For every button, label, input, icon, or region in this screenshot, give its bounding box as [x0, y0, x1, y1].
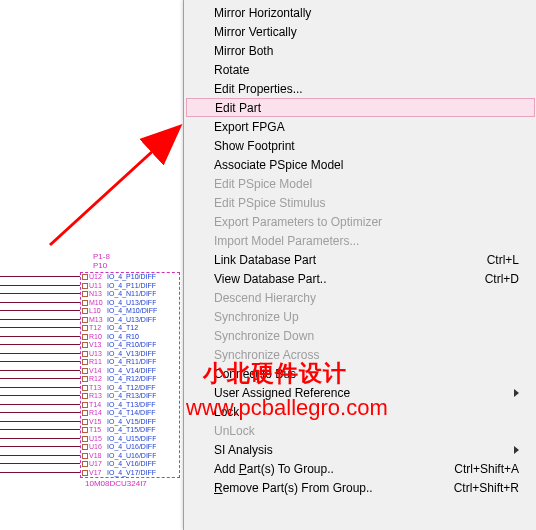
menu-item-view-database-part[interactable]: View Database Part..Ctrl+D: [184, 269, 536, 288]
menu-label: Synchronize Down: [214, 329, 519, 343]
pin-name: IO_4_V15/DIFF: [107, 418, 156, 427]
menu-item-edit-part[interactable]: Edit Part: [186, 98, 535, 117]
menu-label: Add Part(s) To Group..: [214, 462, 454, 476]
pin-row[interactable]: N13IO_4_N11/DIFF: [81, 290, 179, 299]
menu-label: Link Database Part: [214, 253, 487, 267]
pin-row[interactable]: V15IO_4_V15/DIFF: [81, 418, 179, 427]
menu-item-unlock: UnLock: [184, 421, 536, 440]
pin-row[interactable]: L10IO_4_M10/DIFF: [81, 307, 179, 316]
pin-number: T14: [89, 401, 107, 410]
menu-item-synchronize-across: Synchronize Across: [184, 345, 536, 364]
menu-label: Export FPGA: [214, 120, 519, 134]
pin-box-icon: [82, 291, 88, 297]
menu-item-rotate[interactable]: Rotate: [184, 60, 536, 79]
menu-item-associate-pspice-model[interactable]: Associate PSpice Model: [184, 155, 536, 174]
pin-number: V18: [89, 452, 107, 461]
pin-row[interactable]: V18IO_4_U16/DIFF: [81, 452, 179, 461]
pin-number: V15: [89, 418, 107, 427]
pin-name: IO_4_T12/DIFF: [107, 384, 156, 393]
pin-name: IO_4_T12: [107, 324, 138, 333]
fpga-component[interactable]: P1-8 P10 U12IO_4_P10/DIFFU11IO_4_P11/DIF…: [80, 272, 180, 478]
pin-box-icon: [82, 368, 88, 374]
pin-name: IO_4_P10/DIFF: [107, 273, 156, 282]
part-ref: P10: [93, 262, 110, 271]
pin-row[interactable]: M10IO_4_U13/DIFF: [81, 299, 179, 308]
pin-number: U12: [89, 273, 107, 282]
pin-row[interactable]: T14IO_4_T13/DIFF: [81, 401, 179, 410]
pin-number: U16: [89, 443, 107, 452]
pin-name: IO_4_R13/DIFF: [107, 392, 156, 401]
pin-name: IO_4_V17/DIFF: [107, 469, 156, 478]
pin-box-icon: [82, 359, 88, 365]
pin-name: IO_4_U15/DIFF: [107, 435, 156, 444]
menu-item-connect-to-bus[interactable]: Connect to Bus: [184, 364, 536, 383]
pin-name: IO_4_R10/DIFF: [107, 341, 156, 350]
menu-label: Rotate: [214, 63, 519, 77]
pin-row[interactable]: V14IO_4_V14/DIFF: [81, 367, 179, 376]
pin-box-icon: [82, 351, 88, 357]
pin-row[interactable]: M13IO_4_U13/DIFF: [81, 316, 179, 325]
pin-box-icon: [82, 444, 88, 450]
menu-item-synchronize-down: Synchronize Down: [184, 326, 536, 345]
pin-box-icon: [82, 342, 88, 348]
pin-row[interactable]: R12IO_4_R12/DIFF: [81, 375, 179, 384]
pin-row[interactable]: T13IO_4_T12/DIFF: [81, 384, 179, 393]
pin-name: IO_4_V16/DIFF: [107, 460, 156, 469]
menu-item-mirror-both[interactable]: Mirror Both: [184, 41, 536, 60]
pin-row[interactable]: U13IO_4_V13/DIFF: [81, 350, 179, 359]
net-wire: [0, 285, 80, 286]
pin-box-icon: [82, 436, 88, 442]
menu-item-edit-properties[interactable]: Edit Properties...: [184, 79, 536, 98]
pin-row[interactable]: R11IO_4_R11/DIFF: [81, 358, 179, 367]
menu-label: Export Parameters to Optimizer: [214, 215, 519, 229]
pin-name: IO_4_M10/DIFF: [107, 307, 157, 316]
pin-box-icon: [82, 461, 88, 467]
net-wire: [0, 336, 80, 337]
pin-row[interactable]: V13IO_4_R10/DIFF: [81, 341, 179, 350]
menu-item-show-footprint[interactable]: Show Footprint: [184, 136, 536, 155]
pin-number: L10: [89, 307, 107, 316]
pin-row[interactable]: V17IO_4_V17/DIFF: [81, 469, 179, 478]
pin-row[interactable]: U17IO_4_V16/DIFF: [81, 460, 179, 469]
menu-item-link-database-part[interactable]: Link Database PartCtrl+L: [184, 250, 536, 269]
net-wire: [0, 463, 80, 464]
chevron-right-icon: [514, 446, 519, 454]
pin-row[interactable]: R14IO_4_T14/DIFF: [81, 409, 179, 418]
menu-label: Synchronize Across: [214, 348, 519, 362]
pin-row[interactable]: U15IO_4_U15/DIFF: [81, 435, 179, 444]
pin-row[interactable]: U11IO_4_P11/DIFF: [81, 282, 179, 291]
pin-row[interactable]: R13IO_4_R13/DIFF: [81, 392, 179, 401]
net-wire: [0, 472, 80, 473]
pin-row[interactable]: R10IO_4_R10: [81, 333, 179, 342]
menu-item-export-fpga[interactable]: Export FPGA: [184, 117, 536, 136]
pin-name: IO_4_T13/DIFF: [107, 401, 156, 410]
pin-row[interactable]: T15IO_4_T15/DIFF: [81, 426, 179, 435]
pin-box-icon: [82, 325, 88, 331]
menu-item-remove-part-s-from-group[interactable]: Remove Part(s) From Group..Ctrl+Shift+R: [184, 478, 536, 497]
menu-label: View Database Part..: [214, 272, 485, 286]
pin-name: IO_4_U16/DIFF: [107, 452, 156, 461]
menu-item-add-part-s-to-group[interactable]: Add Part(s) To Group..Ctrl+Shift+A: [184, 459, 536, 478]
part-header: P1-8 P10: [93, 253, 110, 270]
pin-box-icon: [82, 393, 88, 399]
pin-box-icon: [82, 402, 88, 408]
menu-item-user-assigned-reference[interactable]: User Assigned Reference: [184, 383, 536, 402]
pin-number: U11: [89, 282, 107, 291]
pin-number: R11: [89, 358, 107, 367]
menu-item-mirror-vertically[interactable]: Mirror Vertically: [184, 22, 536, 41]
pin-row[interactable]: U16IO_4_U16/DIFF: [81, 443, 179, 452]
pin-box-icon: [82, 385, 88, 391]
menu-item-si-analysis[interactable]: SI Analysis: [184, 440, 536, 459]
pin-box-icon: [82, 376, 88, 382]
menu-label: User Assigned Reference: [214, 386, 508, 400]
menu-item-lock[interactable]: Lock: [184, 402, 536, 421]
pin-row[interactable]: T12IO_4_T12: [81, 324, 179, 333]
pin-box-icon: [82, 470, 88, 476]
pin-box-icon: [82, 283, 88, 289]
pin-row[interactable]: U12IO_4_P10/DIFF: [81, 273, 179, 282]
net-wire: [0, 438, 80, 439]
menu-label: Connect to Bus: [214, 367, 519, 381]
menu-label: Mirror Vertically: [214, 25, 519, 39]
pin-name: IO_4_V14/DIFF: [107, 367, 156, 376]
menu-item-mirror-horizontally[interactable]: Mirror Horizontally: [184, 3, 536, 22]
